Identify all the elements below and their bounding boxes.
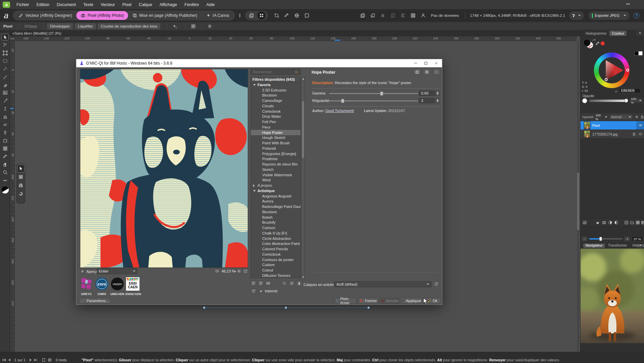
- healing-brush-tool[interactable]: [1, 66, 9, 72]
- sampled-colour-dot[interactable]: [601, 41, 605, 45]
- filter-list-scrollbar[interactable]: [301, 77, 305, 278]
- download-filters-icon[interactable]: [296, 281, 302, 286]
- hue-marker[interactable]: [626, 69, 629, 72]
- opacity-slider-knob[interactable]: [624, 99, 628, 103]
- liquify-button[interactable]: Liquéfier: [75, 23, 96, 29]
- help-icon[interactable]: ?: [634, 13, 639, 19]
- menu-item-aide[interactable]: Aide: [203, 2, 218, 7]
- layer-visibility-eye-icon[interactable]: [636, 121, 644, 130]
- assistant-button[interactable]: ʔ: [569, 11, 583, 20]
- palette-move-tool[interactable]: [17, 165, 25, 173]
- input-layers-select[interactable]: Actif (défaut): [334, 281, 432, 287]
- layer-visibility-off-icon[interactable]: [636, 130, 644, 139]
- filter-item[interactable]: Blockism: [251, 209, 300, 215]
- previous-page-button[interactable]: [8, 358, 10, 362]
- triangle-marker[interactable]: [605, 78, 608, 81]
- refresh-filters-icon[interactable]: [250, 288, 256, 294]
- filter-item[interactable]: Fleur: [251, 124, 300, 130]
- erase-brush-tool[interactable]: [1, 81, 9, 88]
- author-link[interactable]: David Tschumperlé: [325, 109, 354, 113]
- colour-picker-icon[interactable]: [283, 11, 291, 20]
- layer-lock-icon[interactable]: [632, 132, 636, 136]
- opacity-value-select[interactable]: 100 %: [630, 98, 643, 103]
- panel-menu-icon[interactable]: [637, 31, 643, 36]
- fullscreen-button[interactable]: Plein écran: [335, 298, 356, 304]
- opacity-swatch[interactable]: [582, 98, 587, 103]
- apply-button[interactable]: Appliquer: [401, 298, 422, 304]
- regularity-spinner[interactable]: [435, 98, 440, 103]
- selection-handle-right[interactable]: [367, 306, 370, 309]
- preview-mode-select[interactable]: Entier: [97, 268, 137, 274]
- dialog-maximize-icon[interactable]: [420, 59, 432, 67]
- greyc-logo[interactable]: GREYC: [79, 277, 94, 296]
- image-place-tool[interactable]: [1, 89, 9, 96]
- filter-item[interactable]: Circle Abstraction: [251, 236, 300, 241]
- filter-item[interactable]: Color Abstraction Paint: [251, 241, 300, 247]
- filter-item[interactable]: Comicbook: [251, 109, 300, 114]
- filter-item[interactable]: Clouds: [251, 103, 300, 109]
- filter-item[interactable]: Drop Water: [251, 114, 300, 119]
- unicaen-logo[interactable]: UN(A)EN UNICAEN: [110, 277, 125, 296]
- foreground-colour-well[interactable]: [583, 39, 591, 46]
- smudge-brush-tool[interactable]: [1, 121, 9, 128]
- settings-button[interactable]: Paramètres...: [79, 298, 111, 304]
- filter-item[interactable]: Cubism: [251, 262, 300, 268]
- paint-brush-tool[interactable]: [1, 74, 9, 80]
- selection-handle-middle[interactable]: [285, 306, 287, 309]
- filter-item[interactable]: Postérise: [251, 156, 300, 162]
- preset-stack-icon[interactable]: [247, 11, 255, 20]
- inpainting-brush-tool[interactable]: [1, 105, 9, 112]
- remove-fave-icon[interactable]: [258, 281, 264, 286]
- first-page-button[interactable]: [3, 359, 6, 361]
- gamma-spinner[interactable]: [435, 90, 440, 96]
- filter-item[interactable]: Diffusion Tensors: [251, 273, 300, 278]
- filter-item[interactable]: Hough Sketch: [251, 135, 300, 141]
- transparency-grid-icon[interactable]: [409, 11, 417, 20]
- rename-fave-icon[interactable]: [265, 281, 271, 286]
- dialog-close-icon[interactable]: [431, 59, 442, 67]
- filter-item[interactable]: Blockism: [251, 93, 300, 98]
- clone-brush-tool[interactable]: [1, 113, 9, 120]
- adjustment-icon[interactable]: [608, 220, 612, 225]
- preview-checkbox[interactable]: ✓: [81, 269, 84, 273]
- layer-row-pixel[interactable]: Pixel: [580, 121, 644, 130]
- input-layers-refresh-icon[interactable]: [433, 281, 439, 287]
- filter-item[interactable]: 2.5D Extrusion: [251, 87, 300, 93]
- filter-preview-image[interactable]: [80, 69, 248, 268]
- filter-item[interactable]: Barbouillage Paint Daub: [251, 204, 300, 209]
- artboard-icon[interactable]: [303, 11, 311, 20]
- page-icon[interactable]: [42, 358, 46, 362]
- layers-opacity-value[interactable]: 100 %: [595, 113, 604, 121]
- selection-handle-left[interactable]: [203, 306, 205, 309]
- persona-photo-button[interactable]: Pixel (Affinity Photo): [76, 11, 128, 20]
- export-jpeg-button[interactable]: Exporter JPEG: [589, 11, 630, 20]
- navigator-zoom-value[interactable]: 37 %: [632, 236, 643, 242]
- gmic-title-bar[interactable]: G'MIC-Qt for 8bf Hosts - Windows 64 bits…: [76, 59, 442, 67]
- gamma-slider-handle[interactable]: [380, 92, 383, 96]
- filter-item[interactable]: Camouflage: [251, 98, 300, 103]
- zoom-in-button[interactable]: +: [625, 237, 630, 241]
- pen-tool[interactable]: [1, 129, 9, 136]
- pattern-layer-icon[interactable]: [636, 220, 640, 225]
- zoom-tool[interactable]: [1, 169, 9, 176]
- menu-item-document[interactable]: Document: [53, 2, 80, 7]
- filter-item[interactable]: Rayures de vieux film: [251, 161, 300, 167]
- snapshot-icon[interactable]: [359, 11, 367, 20]
- colour-picker-tool[interactable]: [1, 153, 9, 160]
- more-tools-button[interactable]: •••: [1, 177, 9, 184]
- selection-brush-tool[interactable]: [1, 42, 9, 48]
- dialog-minimize-icon[interactable]: [410, 59, 421, 67]
- dpi-value[interactable]: 300ppp: [24, 24, 37, 28]
- add-fave-icon[interactable]: [250, 281, 256, 286]
- preview-refresh-icon[interactable]: [242, 268, 248, 274]
- persona-designer-button[interactable]: Vecteur (Affinity Designer): [14, 11, 76, 20]
- next-page-button[interactable]: [30, 358, 32, 362]
- filter-website-icon[interactable]: [423, 69, 431, 75]
- copy-command-icon[interactable]: [413, 69, 421, 75]
- filter-item[interactable]: Hope Poster: [251, 130, 300, 135]
- filter-item[interactable]: Polygonise [Énergie]: [251, 151, 300, 156]
- persona-publisher-button[interactable]: Mise en page (Affinity Publisher): [128, 11, 202, 20]
- mesh-warp-tool[interactable]: [1, 145, 9, 152]
- layer-row-background[interactable]: 1770305174.jpg: [580, 130, 644, 139]
- window-minimize-icon[interactable]: [626, 4, 630, 4]
